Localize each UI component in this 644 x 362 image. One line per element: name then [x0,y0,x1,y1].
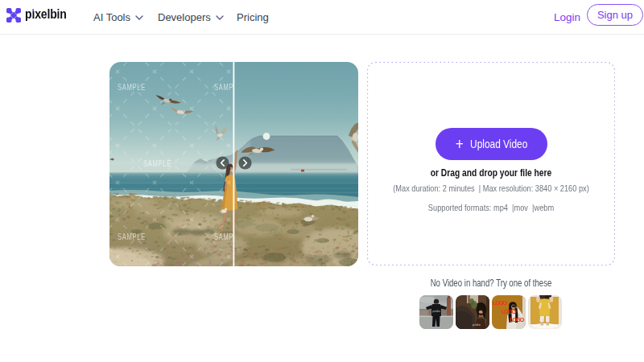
svg-text:SAMPLE: SAMPLE [118,82,146,92]
svg-text:LOGO: LOGO [493,299,508,306]
svg-text:LOGO: LOGO [502,308,517,315]
svg-text:pixelbin: pixelbin [432,310,440,313]
svg-text:pixelbin: pixelbin [473,323,481,327]
svg-text:SAMPLE: SAMPLE [118,232,146,241]
svg-text:LOGO: LOGO [510,316,525,323]
svg-text:SAMPLE: SAMPLE [143,158,171,168]
